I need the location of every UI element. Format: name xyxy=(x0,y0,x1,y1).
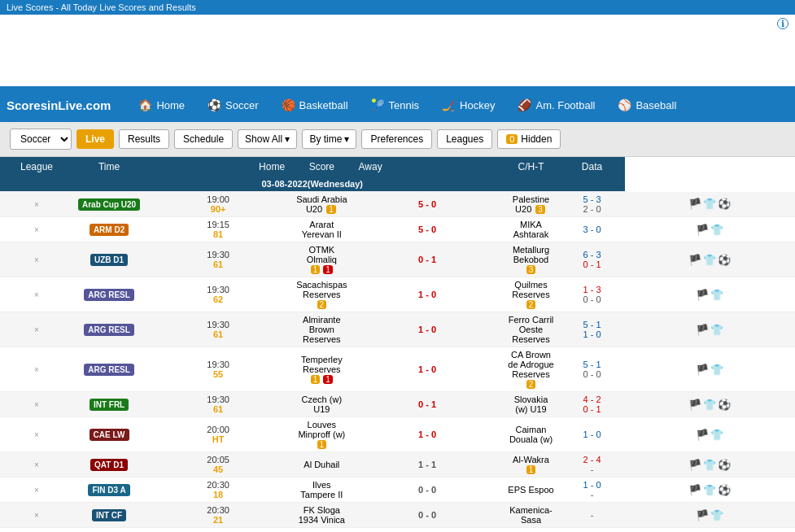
ball-icon[interactable]: ⚽ xyxy=(718,399,731,411)
home-cell[interactable]: Czech (w) U19 xyxy=(291,392,352,417)
away-cell[interactable]: Ferro Carril Oeste Reserves xyxy=(503,312,560,347)
home-cell[interactable]: Sacachispas Reserves 2 xyxy=(291,277,352,312)
score-cell[interactable]: 0 - 1 xyxy=(352,242,503,277)
flag-icon[interactable]: 🏴 xyxy=(696,324,709,336)
ball-icon[interactable]: ⚽ xyxy=(718,198,731,210)
sport-select[interactable]: Soccer xyxy=(10,129,72,150)
remove-button[interactable]: × xyxy=(34,365,39,374)
show-all-button[interactable]: Show All ▾ xyxy=(238,129,297,149)
by-time-button[interactable]: By time ▾ xyxy=(302,129,356,149)
flag-icon[interactable]: 🏴 xyxy=(696,364,709,376)
score-cell[interactable]: 1 - 0 xyxy=(352,417,503,452)
league-cell[interactable]: ARG RESL xyxy=(73,277,145,312)
home-cell[interactable]: FK Sloga 1934 Vinica xyxy=(291,503,352,528)
score-cell[interactable]: 5 - 0 xyxy=(352,217,503,242)
hidden-button[interactable]: 0 Hidden xyxy=(497,129,561,149)
score-cell[interactable]: 0 - 0 xyxy=(352,503,503,528)
remove-button[interactable]: × xyxy=(34,255,39,264)
away-cell[interactable]: CA Brown de Adrogue Reserves 2 xyxy=(503,347,560,392)
score-cell[interactable]: 1 - 0 xyxy=(352,312,503,347)
score-cell[interactable]: 0 - 1 xyxy=(352,392,503,417)
away-cell[interactable]: Palestine U20 3 xyxy=(503,192,560,217)
score-link[interactable]: 1 - 0 xyxy=(418,325,436,334)
score-link[interactable]: 5 - 0 xyxy=(418,225,436,234)
score-link[interactable]: 0 - 0 xyxy=(418,510,436,520)
home-cell[interactable]: Ilves Tampere II xyxy=(291,477,352,503)
league-cell[interactable]: INT FRL xyxy=(73,392,145,417)
league-cell[interactable]: INT CF xyxy=(73,503,145,528)
remove-button[interactable]: × xyxy=(34,290,39,299)
score-link[interactable]: 5 - 0 xyxy=(418,199,436,209)
flag-icon[interactable]: 🏴 xyxy=(688,198,701,210)
schedule-button[interactable]: Schedule xyxy=(174,129,233,149)
remove-button[interactable]: × xyxy=(34,200,39,209)
shirt-icon[interactable]: 👕 xyxy=(710,509,723,521)
score-link[interactable]: 0 - 1 xyxy=(418,255,436,264)
remove-button[interactable]: × xyxy=(34,325,39,334)
score-cell[interactable]: 1 - 0 xyxy=(352,277,503,312)
score-link[interactable]: 0 - 1 xyxy=(418,399,436,409)
home-cell[interactable]: Temperley Reserves 11 xyxy=(291,347,352,392)
shirt-icon[interactable]: 👕 xyxy=(710,224,723,236)
score-link[interactable]: 1 - 0 xyxy=(418,430,436,439)
league-cell[interactable]: ARG RESL xyxy=(73,347,145,392)
nav-item-hockey[interactable]: 🏒 Hockey xyxy=(430,88,506,122)
live-button[interactable]: Live xyxy=(76,129,114,149)
score-cell[interactable]: 1 - 0 xyxy=(352,347,503,392)
flag-icon[interactable]: 🏴 xyxy=(696,289,709,301)
league-cell[interactable]: QAT D1 xyxy=(73,452,145,477)
remove-button[interactable]: × xyxy=(34,460,39,469)
home-cell[interactable]: Almirante Brown Reserves xyxy=(291,312,352,347)
leagues-button[interactable]: Leagues xyxy=(437,129,492,149)
score-link[interactable]: 1 - 0 xyxy=(418,290,436,299)
ball-icon[interactable]: ⚽ xyxy=(718,459,731,471)
score-link[interactable]: 1 - 0 xyxy=(418,364,436,374)
nav-item-home[interactable]: 🏠 Home xyxy=(127,88,196,122)
away-cell[interactable]: Al-Wakra 1 xyxy=(503,452,560,477)
shirt-icon[interactable]: 👕 xyxy=(710,324,723,336)
flag-icon[interactable]: 🏴 xyxy=(688,484,701,496)
league-cell[interactable]: ARG RESL xyxy=(73,312,145,347)
away-cell[interactable]: MIKA Ashtarak xyxy=(503,217,560,242)
shirt-icon[interactable]: 👕 xyxy=(710,429,723,441)
home-cell[interactable]: OTMK Olmaliq 11 xyxy=(291,242,352,277)
flag-icon[interactable]: 🏴 xyxy=(688,399,701,411)
nav-item-soccer[interactable]: ⚽ Soccer xyxy=(196,88,269,122)
shirt-icon[interactable]: 👕 xyxy=(703,459,716,471)
nav-item-am-football[interactable]: 🏈 Am. Football xyxy=(506,88,606,122)
remove-button[interactable]: × xyxy=(34,511,39,520)
shirt-icon[interactable]: 👕 xyxy=(703,399,716,411)
home-cell[interactable]: Saudi Arabia U20 1 xyxy=(291,192,352,217)
score-cell[interactable]: 1 - 1 xyxy=(352,452,503,477)
nav-item-baseball[interactable]: ⚾ Baseball xyxy=(606,88,688,122)
remove-button[interactable]: × xyxy=(34,400,39,409)
score-cell[interactable]: 5 - 0 xyxy=(352,192,503,217)
league-cell[interactable]: ARM D2 xyxy=(73,217,145,242)
league-cell[interactable]: UZB D1 xyxy=(73,242,145,277)
shirt-icon[interactable]: 👕 xyxy=(710,364,723,376)
home-cell[interactable]: Ararat Yerevan II xyxy=(291,217,352,242)
info-icon[interactable]: ℹ xyxy=(777,18,788,29)
shirt-icon[interactable]: 👕 xyxy=(703,254,716,266)
shirt-icon[interactable]: 👕 xyxy=(710,289,723,301)
shirt-icon[interactable]: 👕 xyxy=(703,198,716,210)
away-cell[interactable]: Slovakia (w) U19 xyxy=(503,392,560,417)
remove-button[interactable]: × xyxy=(34,430,39,439)
league-cell[interactable]: Arab Cup U20 xyxy=(73,192,145,217)
away-cell[interactable]: Caiman Douala (w) xyxy=(503,417,560,452)
score-cell[interactable]: 0 - 0 xyxy=(352,477,503,503)
flag-icon[interactable]: 🏴 xyxy=(696,509,709,521)
nav-item-tennis[interactable]: 🎾 Tennis xyxy=(360,88,431,122)
ball-icon[interactable]: ⚽ xyxy=(718,484,731,496)
home-cell[interactable]: Al Duhail xyxy=(291,452,352,477)
score-link[interactable]: 0 - 0 xyxy=(418,485,436,495)
remove-button[interactable]: × xyxy=(34,486,39,495)
score-cell[interactable]: 0 - 0 xyxy=(352,528,503,533)
away-cell[interactable]: Kamenica-Sasa xyxy=(503,503,560,528)
home-cell[interactable]: Lokomotiv Tashkent xyxy=(291,528,352,533)
home-cell[interactable]: Louves Minproff (w) 1 xyxy=(291,417,352,452)
away-cell[interactable]: Metallurg Bekobod 3 xyxy=(503,242,560,277)
remove-button[interactable]: × xyxy=(34,225,39,234)
flag-icon[interactable]: 🏴 xyxy=(688,254,701,266)
away-cell[interactable]: Quilmes Reserves 2 xyxy=(503,277,560,312)
